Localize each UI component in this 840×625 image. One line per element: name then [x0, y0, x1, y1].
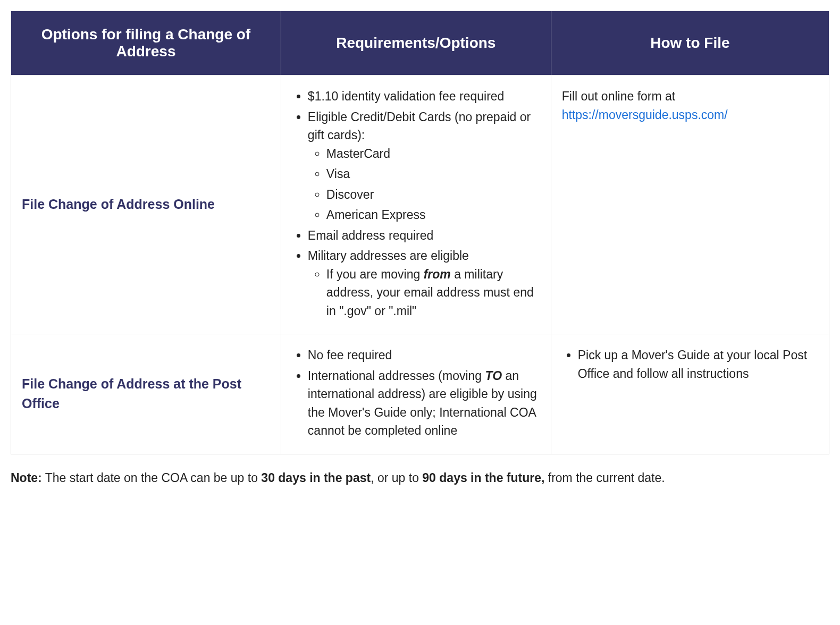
table-row: File Change of Address Online $1.10 iden… [11, 75, 829, 334]
requirements-post-office: No fee required International addresses … [281, 334, 551, 454]
list-item: International addresses (moving TO an in… [308, 367, 540, 440]
list-item: Discover [326, 185, 540, 204]
emphasis-from: from [424, 267, 451, 281]
moversguide-link[interactable]: https://moversguide.usps.com/ [562, 108, 728, 122]
how-list: Pick up a Mover's Guide at your local Po… [562, 346, 818, 383]
header-requirements: Requirements/Options [281, 11, 551, 75]
note-label: Note: [11, 471, 42, 485]
note-segment: from the current date. [544, 471, 665, 485]
requirements-list: $1.10 identity validation fee required E… [292, 87, 540, 320]
text-segment: International addresses (moving [308, 369, 485, 383]
note-line: Note: The start date on the COA can be u… [0, 465, 840, 497]
list-item: Visa [326, 165, 540, 183]
list-item-text: Eligible Credit/Debit Cards (no prepaid … [308, 110, 531, 142]
note-bold-past: 30 days in the past [261, 471, 371, 485]
header-how-to-file: How to File [551, 11, 829, 75]
option-online: File Change of Address Online [11, 75, 281, 334]
list-item: MasterCard [326, 145, 540, 163]
requirements-online: $1.10 identity validation fee required E… [281, 75, 551, 334]
emphasis-to: TO [485, 369, 502, 383]
list-item-text: Military addresses are eligible [308, 249, 469, 263]
note-bold-future: 90 days in the future, [422, 471, 544, 485]
list-item: Military addresses are eligible If you a… [308, 247, 540, 320]
table-row: File Change of Address at the Post Offic… [11, 334, 829, 454]
coa-options-table-container: Options for filing a Change of Address R… [0, 0, 840, 465]
text-segment: If you are moving [326, 267, 424, 281]
how-to-file-post-office: Pick up a Mover's Guide at your local Po… [551, 334, 829, 454]
cards-sublist: MasterCard Visa Discover American Expres… [308, 145, 540, 224]
list-item: American Express [326, 206, 540, 224]
how-to-file-online: Fill out online form at https://moversgu… [551, 75, 829, 334]
coa-options-table: Options for filing a Change of Address R… [11, 11, 829, 454]
list-item: Eligible Credit/Debit Cards (no prepaid … [308, 108, 540, 224]
table-header-row: Options for filing a Change of Address R… [11, 11, 829, 75]
how-text: Fill out online form at [562, 89, 675, 103]
list-item: No fee required [308, 346, 540, 365]
list-item: If you are moving from a military addres… [326, 265, 540, 320]
option-post-office: File Change of Address at the Post Offic… [11, 334, 281, 454]
list-item: $1.10 identity validation fee required [308, 87, 540, 106]
note-segment: The start date on the COA can be up to [42, 471, 262, 485]
list-item: Pick up a Mover's Guide at your local Po… [578, 346, 818, 383]
requirements-list: No fee required International addresses … [292, 346, 540, 440]
list-item: Email address required [308, 226, 540, 245]
header-options: Options for filing a Change of Address [11, 11, 281, 75]
military-sublist: If you are moving from a military addres… [308, 265, 540, 320]
note-segment: , or up to [371, 471, 422, 485]
